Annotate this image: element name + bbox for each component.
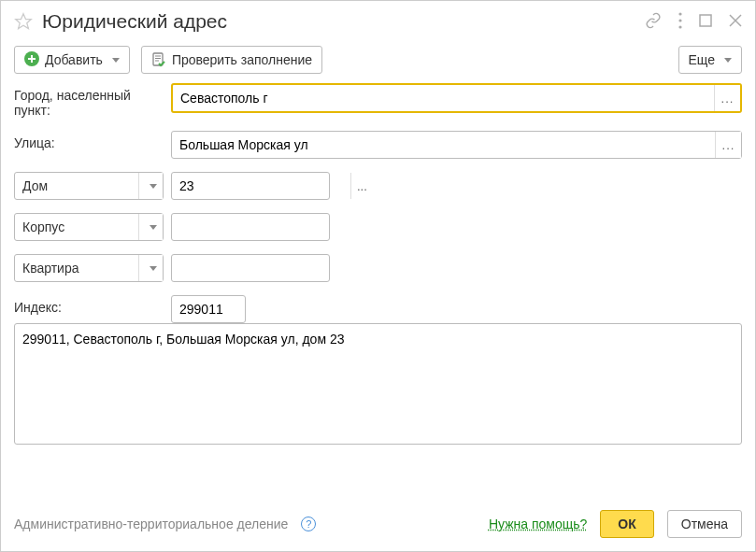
full-address-textarea[interactable] xyxy=(14,323,742,445)
chevron-down-icon xyxy=(150,184,157,189)
flat-input[interactable] xyxy=(172,255,350,281)
more-button-label: Еще xyxy=(689,52,716,67)
close-icon[interactable] xyxy=(729,14,742,30)
korpus-input[interactable] xyxy=(172,214,350,240)
house-type-label: Дом xyxy=(15,173,138,199)
house-input[interactable] xyxy=(172,173,350,199)
need-help-link[interactable]: Нужна помощь? xyxy=(489,517,587,531)
chevron-down-icon xyxy=(150,225,157,230)
house-lookup-button[interactable]: ... xyxy=(350,173,373,199)
plus-circle-icon xyxy=(24,51,39,69)
flat-type-label: Квартира xyxy=(15,255,138,281)
chevron-down-icon xyxy=(112,58,120,63)
street-lookup-button[interactable]: ... xyxy=(715,132,741,158)
add-button[interactable]: Добавить xyxy=(14,46,130,74)
ok-button[interactable]: ОК xyxy=(600,510,653,538)
index-input[interactable] xyxy=(171,295,246,323)
street-label: Улица: xyxy=(14,131,164,150)
city-input-wrap: ... xyxy=(171,83,742,113)
chevron-down-icon xyxy=(724,58,732,63)
more-button[interactable]: Еще xyxy=(678,46,743,74)
kebab-menu-icon[interactable] xyxy=(678,12,682,32)
dialog-title: Юридический адрес xyxy=(42,10,635,33)
maximize-icon[interactable] xyxy=(699,14,712,30)
street-input[interactable] xyxy=(172,132,715,158)
flat-row: Квартира xyxy=(14,254,742,282)
house-input-wrap: ... xyxy=(171,172,330,200)
index-row: Индекс: xyxy=(14,295,742,323)
house-row: Дом ... xyxy=(14,172,742,200)
svg-rect-4 xyxy=(700,15,711,26)
check-fill-button[interactable]: Проверить заполнение xyxy=(141,46,322,74)
house-type-dropdown-button[interactable] xyxy=(138,173,163,199)
cancel-button[interactable]: Отмена xyxy=(667,510,742,538)
street-row: Улица: ... xyxy=(14,131,742,159)
korpus-type-select[interactable]: Корпус xyxy=(14,213,164,241)
titlebar: Юридический адрес xyxy=(1,1,755,38)
korpus-row: Корпус xyxy=(14,213,742,241)
check-fill-label: Проверить заполнение xyxy=(172,52,312,67)
korpus-type-dropdown-button[interactable] xyxy=(138,214,163,240)
titlebar-actions xyxy=(645,12,742,32)
favorite-star-icon[interactable] xyxy=(14,12,33,31)
dialog-window: Юридический адрес xyxy=(0,0,756,552)
link-icon[interactable] xyxy=(645,12,662,32)
city-lookup-button[interactable]: ... xyxy=(714,85,740,111)
svg-point-1 xyxy=(678,12,681,15)
footer: Административно-территориальное деление … xyxy=(1,497,755,551)
flat-type-select[interactable]: Квартира xyxy=(14,254,164,282)
flat-input-wrap xyxy=(171,254,330,282)
chevron-down-icon xyxy=(150,266,157,271)
form-body: Город, населенный пункт: ... Улица: ... … xyxy=(1,83,755,323)
svg-marker-0 xyxy=(16,14,32,29)
korpus-type-label: Корпус xyxy=(15,214,138,240)
svg-point-2 xyxy=(678,19,681,21)
city-label: Город, населенный пункт: xyxy=(14,83,164,118)
svg-point-3 xyxy=(678,25,681,28)
city-row: Город, населенный пункт: ... xyxy=(14,83,742,118)
document-check-icon xyxy=(151,52,166,67)
flat-type-dropdown-button[interactable] xyxy=(138,255,163,281)
house-type-select[interactable]: Дом xyxy=(14,172,164,200)
street-input-wrap: ... xyxy=(171,131,742,159)
admin-division-link[interactable]: Административно-территориальное деление xyxy=(14,517,288,531)
city-input[interactable] xyxy=(173,85,714,111)
svg-rect-8 xyxy=(153,53,163,65)
add-button-label: Добавить xyxy=(45,52,103,67)
help-icon[interactable]: ? xyxy=(301,517,316,531)
index-label: Индекс: xyxy=(14,295,164,315)
korpus-input-wrap xyxy=(171,213,330,241)
toolbar: Добавить Проверить заполнение Еще xyxy=(1,38,755,83)
